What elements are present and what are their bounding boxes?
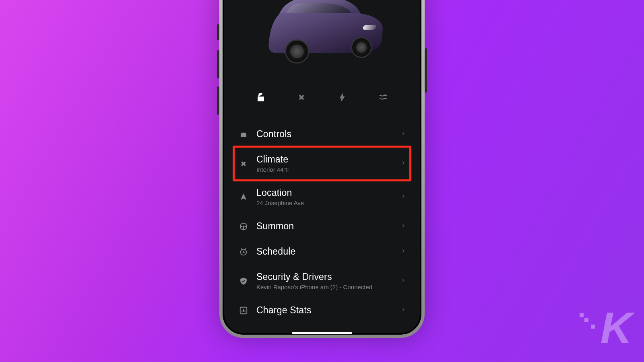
watermark-logo: K — [601, 302, 630, 354]
chevron-right-icon — [400, 193, 406, 201]
home-indicator[interactable] — [292, 332, 352, 334]
nav-arrow-icon — [238, 193, 249, 202]
menu-item-label: Charge Stats — [256, 305, 400, 316]
fan-icon — [238, 159, 249, 168]
climate-fan-button[interactable] — [293, 89, 310, 105]
chevron-right-icon — [400, 223, 406, 230]
shield-icon — [238, 277, 249, 286]
phone-frame: Controls Climate Interior 44°F — [219, 0, 425, 338]
menu-item-subtitle: 24 Josephine Ave — [256, 200, 400, 206]
menu-item-label: Climate — [256, 154, 400, 165]
menu-item-controls[interactable]: Controls — [235, 121, 409, 147]
watermark-letter: K — [601, 303, 630, 352]
menu-item-subtitle: Interior 44°F — [256, 166, 400, 173]
chevron-right-icon — [400, 160, 406, 167]
svg-rect-0 — [258, 97, 264, 101]
phone-power-button — [425, 48, 427, 93]
vent-button[interactable] — [375, 89, 391, 105]
chevron-right-icon — [400, 307, 406, 314]
phone-volume-up — [217, 50, 219, 78]
clock-icon — [238, 247, 249, 256]
chevron-right-icon — [400, 131, 406, 138]
menu-item-location[interactable]: Location 24 Josephine Ave — [235, 180, 409, 214]
app-screen: Controls Climate Interior 44°F — [223, 0, 421, 335]
menu-item-climate[interactable]: Climate Interior 44°F — [233, 146, 411, 181]
svg-point-3 — [243, 226, 244, 227]
unlock-icon — [256, 93, 266, 102]
menu-item-label: Schedule — [256, 246, 400, 257]
unlock-button[interactable] — [253, 89, 269, 105]
chevron-right-icon — [400, 278, 406, 285]
menu-item-charge-stats[interactable]: Charge Stats — [235, 298, 409, 323]
menu-item-label: Controls — [256, 129, 400, 140]
phone-mute-switch — [217, 24, 219, 40]
menu-item-label: Security & Drivers — [256, 272, 400, 282]
car-render-area — [224, 0, 420, 85]
car-icon — [238, 130, 249, 139]
chevron-right-icon — [400, 248, 406, 255]
menu-item-schedule[interactable]: Schedule — [235, 239, 409, 264]
menu-item-subtitle: Kevin Raposo's iPhone am (2) - Connected — [256, 284, 400, 290]
svg-point-1 — [301, 97, 302, 98]
fan-icon — [297, 93, 306, 102]
charge-bolt-button[interactable] — [334, 89, 351, 105]
menu-item-summon[interactable]: Summon — [235, 214, 409, 239]
bolt-icon — [338, 93, 347, 102]
main-menu: Controls Climate Interior 44°F — [224, 121, 420, 323]
steering-wheel-icon — [238, 222, 249, 231]
quick-actions-row — [224, 85, 420, 121]
menu-item-label: Location — [256, 187, 400, 198]
bar-chart-icon — [238, 306, 249, 315]
menu-item-label: Summon — [256, 221, 400, 232]
phone-volume-down — [217, 86, 219, 115]
menu-item-security[interactable]: Security & Drivers Kevin Raposo's iPhone… — [235, 264, 409, 298]
vent-icon — [378, 93, 388, 102]
car-illustration — [258, 0, 386, 65]
